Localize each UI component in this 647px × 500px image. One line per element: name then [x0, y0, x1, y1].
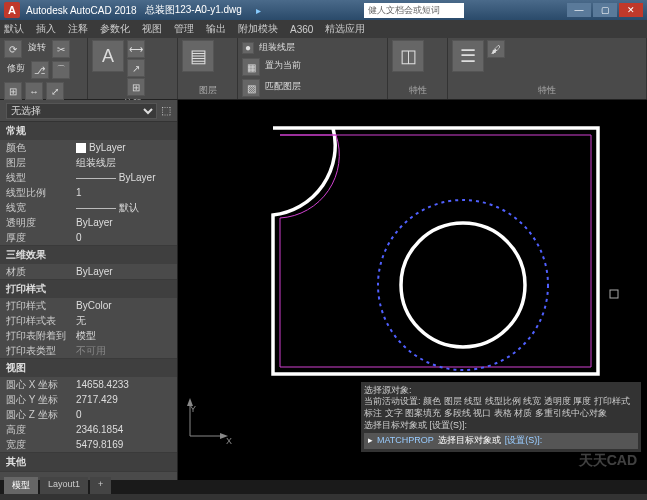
add-layout-tab[interactable]: + [90, 477, 111, 494]
table-icon[interactable]: ⊞ [127, 78, 145, 96]
prop-cx-value[interactable]: 14658.4233 [76, 379, 171, 390]
drawing-canvas[interactable]: Y X 选择源对象: 当前活动设置: 颜色 图层 线型 线型比例 线宽 透明度 … [178, 100, 647, 480]
scale-icon[interactable]: ⤢ [46, 82, 64, 100]
layer-state-icon[interactable]: ● [242, 42, 254, 54]
prop-plottype-label: 打印表类型 [6, 344, 76, 358]
prop-cy-label: 圆心 Y 坐标 [6, 393, 76, 407]
prop-width-value[interactable]: 5479.8169 [76, 439, 171, 450]
pickbox-cursor [610, 290, 618, 298]
qat-arrow-icon[interactable]: ▸ [256, 5, 261, 16]
prop-cz-label: 圆心 Z 坐标 [6, 408, 76, 422]
section-view: 视图 [0, 359, 177, 377]
properties-icon[interactable]: ☰ [452, 40, 484, 72]
prop-cy-value[interactable]: 2717.429 [76, 394, 171, 405]
prop-height-label: 高度 [6, 423, 76, 437]
help-search[interactable]: 健人文档会或短词 [364, 3, 464, 18]
trim-button[interactable]: 修剪 [4, 61, 28, 79]
layout1-tab[interactable]: Layout1 [40, 477, 88, 494]
title-bar: A Autodesk AutoCAD 2018 总装图123-A0-y1.dwg… [0, 0, 647, 20]
minimize-button[interactable]: — [567, 3, 591, 17]
leader-icon[interactable]: ↗ [127, 59, 145, 77]
file-name: 总装图123-A0-y1.dwg [145, 3, 242, 17]
tab-addins[interactable]: 附加模块 [238, 22, 278, 36]
section-general: 常规 [0, 122, 177, 140]
props-group-label: 特性 [392, 84, 443, 97]
fillet-icon[interactable]: ⌒ [52, 61, 70, 79]
prop-transparency-label: 透明度 [6, 216, 76, 230]
quick-select-icon[interactable]: ⬚ [161, 104, 171, 117]
prop-material-value[interactable]: ByLayer [76, 266, 171, 277]
prop-lineweight-label: 线宽 [6, 201, 76, 215]
cmd-arrow-icon: ▸ [368, 435, 373, 447]
tab-insert[interactable]: 插入 [36, 22, 56, 36]
layout-tabs: 模型 Layout1 + [4, 477, 111, 494]
tab-default[interactable]: 默认 [4, 22, 24, 36]
trim-icon[interactable]: ✂ [52, 40, 70, 58]
properties-palette: 无选择 ⬚ 常规 颜色ByLayer 图层组装线层 线型———— ByLayer… [0, 100, 178, 480]
prop-plottable-value[interactable]: 无 [76, 314, 171, 328]
prop-plotattach-label: 打印表附着到 [6, 329, 76, 343]
tab-parametric[interactable]: 参数化 [100, 22, 130, 36]
cmd-line-2: 当前活动设置: 颜色 图层 线型 线型比例 线宽 透明度 厚度 打印样式 标注 … [364, 396, 638, 419]
prop-ltscale-value[interactable]: 1 [76, 187, 171, 198]
app-title: Autodesk AutoCAD 2018 [26, 5, 137, 16]
prop-plotattach-value[interactable]: 模型 [76, 329, 171, 343]
current-layer[interactable]: 组装线层 [256, 40, 298, 55]
prop-lineweight-value[interactable]: ———— 默认 [76, 201, 171, 215]
make-current-button[interactable]: 置为当前 [262, 58, 304, 76]
cmd-option[interactable]: [设置(S)]: [505, 435, 543, 447]
prop-thickness-label: 厚度 [6, 231, 76, 245]
inner-circle [401, 223, 525, 347]
prop-layer-label: 图层 [6, 156, 76, 170]
prop-plottable-label: 打印样式表 [6, 314, 76, 328]
layer-tool-icon[interactable]: ▦ [242, 58, 260, 76]
maximize-button[interactable]: ▢ [593, 3, 617, 17]
prop-color-value[interactable]: ByLayer [76, 142, 171, 153]
stretch-icon[interactable]: ↔ [25, 82, 43, 100]
mirror-icon[interactable]: ⎇ [31, 61, 49, 79]
block-icon[interactable]: ◫ [392, 40, 424, 72]
selection-dropdown[interactable]: 无选择 [6, 103, 157, 119]
match-layer-icon[interactable]: ▨ [242, 79, 260, 97]
model-tab[interactable]: 模型 [4, 477, 38, 494]
section-3d: 三维效果 [0, 246, 177, 264]
command-input[interactable]: ▸ MATCHPROP 选择目标对象或 [设置(S)]: [364, 433, 638, 449]
cmd-name: MATCHPROP [377, 435, 434, 447]
layer-props-icon[interactable]: ▤ [182, 40, 214, 72]
close-button[interactable]: ✕ [619, 3, 643, 17]
rotate-button[interactable]: 旋转 [25, 40, 49, 58]
prop-width-label: 宽度 [6, 438, 76, 452]
prop-height-value[interactable]: 2346.1854 [76, 424, 171, 435]
prop-ltscale-label: 线型比例 [6, 186, 76, 200]
prop-linetype-value[interactable]: ———— ByLayer [76, 172, 171, 183]
tab-annotate[interactable]: 注释 [68, 22, 88, 36]
app-logo: A [4, 2, 20, 18]
array-icon[interactable]: ⊞ [4, 82, 22, 100]
tab-output[interactable]: 输出 [206, 22, 226, 36]
ucs-y-label: Y [190, 404, 196, 414]
tab-a360[interactable]: A360 [290, 24, 313, 35]
prop-material-label: 材质 [6, 265, 76, 279]
text-icon[interactable]: A [92, 40, 124, 72]
prop-transparency-value[interactable]: ByLayer [76, 217, 171, 228]
cmd-line-1: 选择源对象: [364, 385, 638, 397]
prop-thickness-value[interactable]: 0 [76, 232, 171, 243]
tab-featured[interactable]: 精选应用 [325, 22, 365, 36]
ribbon-tabs: 默认 插入 注释 参数化 视图 管理 输出 附加模块 A360 精选应用 [0, 20, 647, 38]
magenta-offset-path [280, 135, 591, 367]
tab-view[interactable]: 视图 [142, 22, 162, 36]
ucs-x-label: X [226, 436, 232, 446]
rotate-icon[interactable]: ⟳ [4, 40, 22, 58]
cmd-line-3: 选择目标对象或 [设置(S)]: [364, 420, 638, 432]
prop-cx-label: 圆心 X 坐标 [6, 378, 76, 392]
prop-plottype-value[interactable]: 不可用 [76, 344, 171, 358]
dim-linear-icon[interactable]: ⟷ [127, 40, 145, 58]
prop-cz-value[interactable]: 0 [76, 409, 171, 420]
matchprop-icon[interactable]: 🖌 [487, 40, 505, 58]
match-layer-button[interactable]: 匹配图层 [262, 79, 304, 97]
prop-plotstyle-value[interactable]: ByColor [76, 300, 171, 311]
dashed-circle [378, 200, 548, 370]
prop-layer-value[interactable]: 组装线层 [76, 156, 171, 170]
tab-manage[interactable]: 管理 [174, 22, 194, 36]
section-plotstyle: 打印样式 [0, 280, 177, 298]
